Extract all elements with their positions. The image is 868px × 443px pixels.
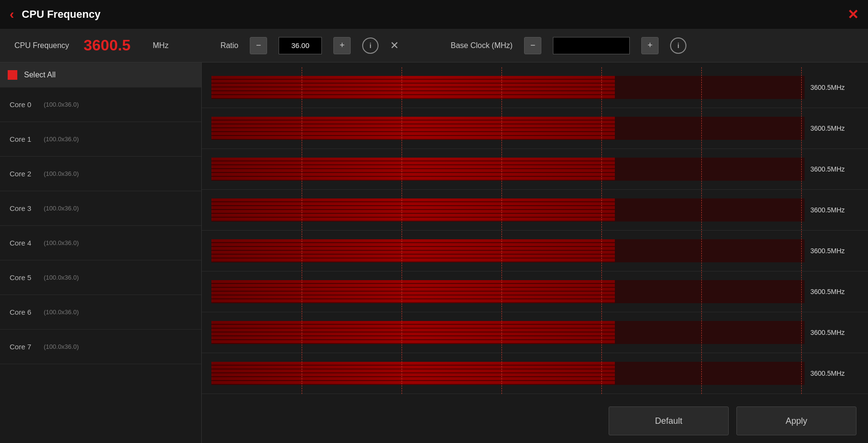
bar-freq-label: 3600.5MHz [810, 247, 858, 255]
default-button[interactable]: Default [609, 406, 729, 435]
core-row[interactable]: Core 5 (100.0x36.0) [0, 260, 201, 295]
core-row[interactable]: Core 2 (100.0x36.0) [0, 157, 201, 191]
core-row[interactable]: Core 7 (100.0x36.0) [0, 330, 201, 364]
bar-fill [211, 239, 615, 262]
core-params: (100.0x36.0) [44, 205, 79, 212]
ratio-info-button[interactable]: i [362, 37, 379, 54]
core-params: (100.0x36.0) [44, 239, 79, 246]
bar-fill [211, 198, 615, 222]
base-clock-input[interactable] [553, 37, 630, 54]
chart-vline [302, 67, 302, 394]
bar-track [211, 76, 805, 99]
bar-fill [211, 158, 615, 181]
chart-vline [801, 67, 802, 394]
core-list: Core 0 (100.0x36.0) Core 1 (100.0x36.0) … [0, 87, 201, 443]
bar-freq-label: 3600.5MHz [810, 165, 858, 173]
ratio-clear-button[interactable]: ✕ [390, 40, 399, 51]
core-row[interactable]: Core 3 (100.0x36.0) [0, 191, 201, 226]
cpu-freq-label: CPU Frequency [14, 41, 72, 50]
bar-track [211, 198, 805, 222]
control-bar: CPU Frequency 3600.5 MHz Ratio − + i ✕ B… [0, 29, 868, 62]
bar-track [211, 321, 805, 344]
main-content: Select All Core 0 (100.0x36.0) Core 1 (1… [0, 62, 868, 443]
freq-unit-label: MHz [153, 41, 169, 50]
bar-freq-label: 3600.5MHz [810, 369, 858, 377]
bar-freq-label: 3600.5MHz [810, 206, 858, 214]
core-row[interactable]: Core 1 (100.0x36.0) [0, 122, 201, 157]
left-panel: Select All Core 0 (100.0x36.0) Core 1 (1… [0, 62, 202, 443]
core-params: (100.0x36.0) [44, 135, 79, 143]
base-clock-label: Base Clock (MHz) [451, 41, 513, 50]
title-bar: ‹ CPU Frequency ✕ [0, 0, 868, 29]
right-panel: 3600.5MHz3600.5MHz3600.5MHz3600.5MHz3600… [202, 62, 868, 443]
core-row[interactable]: Core 4 (100.0x36.0) [0, 226, 201, 260]
back-button[interactable]: ‹ [10, 8, 14, 21]
ratio-input[interactable] [279, 37, 322, 54]
bar-fill [211, 117, 615, 140]
bar-track [211, 280, 805, 303]
core-row[interactable]: Core 0 (100.0x36.0) [0, 87, 201, 122]
bar-freq-label: 3600.5MHz [810, 288, 858, 295]
bar-fill [211, 321, 615, 344]
bar-freq-label: 3600.5MHz [810, 124, 858, 132]
bar-freq-label: 3600.5MHz [810, 329, 858, 336]
bar-freq-label: 3600.5MHz [810, 84, 858, 91]
core-name: Core 4 [10, 239, 36, 247]
bar-track [211, 362, 805, 385]
core-name: Core 6 [10, 308, 36, 316]
select-all-checkbox[interactable] [8, 70, 17, 80]
close-button[interactable]: ✕ [847, 7, 858, 23]
bar-track [211, 117, 805, 140]
core-params: (100.0x36.0) [44, 170, 79, 177]
core-params: (100.0x36.0) [44, 343, 79, 350]
base-clock-incr-button[interactable]: + [641, 37, 659, 54]
core-params: (100.0x36.0) [44, 274, 79, 281]
page-title: CPU Frequency [22, 8, 100, 21]
bar-fill [211, 76, 615, 99]
bar-fill [211, 362, 615, 385]
bar-fill [211, 280, 615, 303]
core-name: Core 0 [10, 100, 36, 109]
core-name: Core 1 [10, 135, 36, 143]
base-clock-decr-button[interactable]: − [524, 37, 541, 54]
ratio-label: Ratio [220, 41, 238, 50]
chart-vline [402, 67, 402, 394]
select-all-label: Select All [24, 71, 56, 79]
cpu-freq-value: 3600.5 [84, 37, 141, 54]
select-all-row[interactable]: Select All [0, 62, 201, 87]
chart-vline [601, 67, 602, 394]
chart-vline [501, 67, 502, 394]
base-clock-info-button[interactable]: i [670, 37, 686, 54]
core-name: Core 2 [10, 170, 36, 178]
bottom-bar: Default Apply [202, 399, 868, 443]
apply-button[interactable]: Apply [736, 406, 856, 435]
bar-track [211, 158, 805, 181]
core-name: Core 7 [10, 343, 36, 351]
title-bar-left: ‹ CPU Frequency [10, 8, 100, 21]
core-row[interactable]: Core 6 (100.0x36.0) [0, 295, 201, 330]
core-name: Core 3 [10, 204, 36, 212]
ratio-incr-button[interactable]: + [333, 37, 351, 54]
chart-vline [701, 67, 702, 394]
bar-track [211, 239, 805, 262]
ratio-decr-button[interactable]: − [250, 37, 267, 54]
bar-container: 3600.5MHz3600.5MHz3600.5MHz3600.5MHz3600… [202, 67, 868, 394]
core-name: Core 5 [10, 273, 36, 282]
chart-area: 3600.5MHz3600.5MHz3600.5MHz3600.5MHz3600… [202, 62, 868, 399]
core-params: (100.0x36.0) [44, 101, 79, 108]
core-params: (100.0x36.0) [44, 308, 79, 316]
